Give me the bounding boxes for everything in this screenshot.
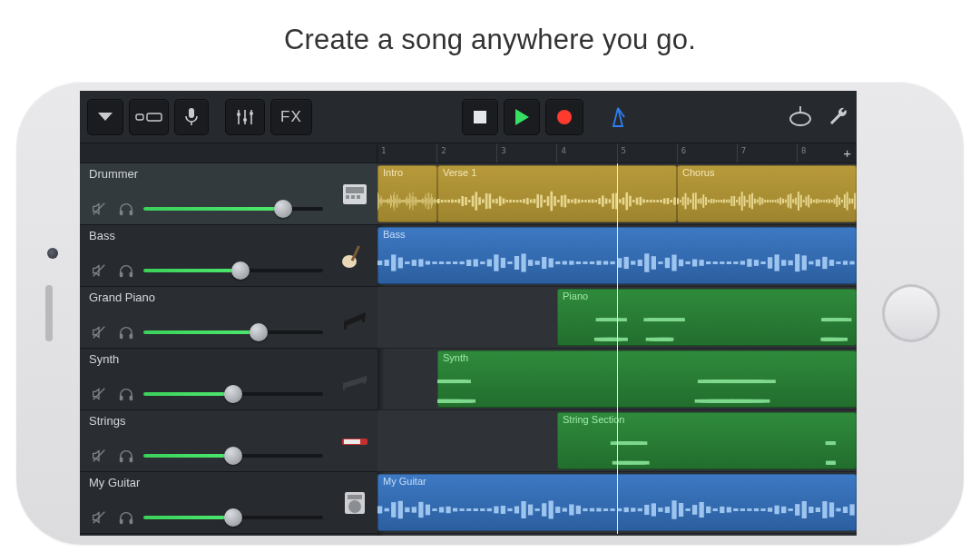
mute-button[interactable]	[89, 261, 109, 281]
svg-rect-314	[754, 260, 759, 266]
svg-rect-379	[740, 399, 769, 403]
svg-rect-256	[849, 198, 851, 203]
volume-slider[interactable]	[143, 330, 323, 334]
svg-rect-158	[571, 200, 573, 203]
region[interactable]: String Section	[557, 412, 857, 469]
mute-button[interactable]	[89, 322, 109, 342]
region-area[interactable]: IntroVerse 1ChorusBassPianoSynthString S…	[377, 163, 857, 536]
solo-button[interactable]	[116, 261, 136, 281]
solo-button[interactable]	[116, 384, 136, 404]
track-header[interactable]: Synth	[80, 349, 377, 410]
ruler-bar[interactable]: 4	[556, 143, 616, 163]
track-header[interactable]: Bass	[80, 225, 377, 287]
instrument-icon[interactable]	[332, 225, 377, 286]
svg-rect-57	[385, 200, 386, 202]
ruler-bar[interactable]: 6	[677, 143, 737, 163]
svg-rect-68	[394, 192, 395, 211]
record-button[interactable]	[545, 99, 583, 135]
ruler-bar[interactable]: 2	[436, 143, 496, 163]
mixer-button[interactable]	[225, 99, 265, 135]
slider-knob[interactable]	[274, 200, 292, 218]
volume-slider[interactable]	[143, 516, 323, 519]
home-button[interactable]	[882, 284, 940, 342]
slider-knob[interactable]	[231, 261, 250, 280]
slider-knob[interactable]	[224, 385, 242, 403]
volume-slider[interactable]	[143, 454, 323, 458]
svg-rect-262	[398, 258, 403, 269]
volume-slider[interactable]	[143, 207, 323, 211]
volume-slider[interactable]	[143, 392, 323, 396]
add-bars-button[interactable]: +	[843, 146, 851, 160]
phone-speaker	[45, 285, 53, 341]
track-input-toggle[interactable]	[129, 99, 169, 135]
track-header[interactable]: Grand Piano	[80, 287, 377, 349]
mute-button[interactable]	[89, 508, 109, 527]
svg-rect-411	[625, 441, 634, 445]
region[interactable]: Verse 1	[437, 165, 677, 222]
instrument-icon[interactable]	[332, 163, 377, 224]
svg-rect-44	[120, 519, 123, 524]
region[interactable]: Synth	[437, 350, 857, 408]
instrument-icon[interactable]	[332, 349, 377, 409]
svg-rect-31	[344, 323, 347, 330]
svg-rect-221	[760, 197, 761, 205]
svg-rect-457	[679, 503, 683, 517]
solo-button[interactable]	[116, 446, 136, 466]
solo-button[interactable]	[116, 322, 136, 342]
svg-rect-234	[792, 199, 794, 202]
ruler-bar[interactable]: 3	[496, 143, 556, 163]
timeline-ruler[interactable]: 12345678+	[80, 143, 857, 163]
volume-slider[interactable]	[143, 269, 323, 272]
playhead[interactable]	[617, 163, 618, 534]
svg-rect-122	[447, 200, 450, 202]
settings-button[interactable]	[828, 106, 849, 128]
instrument-icon[interactable]	[332, 287, 377, 348]
svg-rect-471	[775, 506, 779, 515]
region[interactable]: Chorus	[677, 165, 857, 222]
microphone-button[interactable]	[174, 99, 209, 135]
mute-button[interactable]	[89, 446, 109, 466]
solo-button[interactable]	[116, 508, 136, 527]
svg-rect-255	[847, 192, 848, 210]
slider-knob[interactable]	[250, 323, 268, 341]
svg-rect-159	[574, 199, 577, 204]
svg-rect-178	[640, 197, 642, 205]
svg-rect-275	[487, 260, 492, 267]
ruler-bar[interactable]: 7	[737, 143, 797, 163]
instrument-icon[interactable]	[332, 410, 377, 471]
instrument-icon[interactable]	[332, 472, 377, 533]
ruler-bar[interactable]: 1	[377, 143, 436, 163]
view-menu-button[interactable]	[87, 99, 123, 135]
svg-rect-429	[487, 508, 492, 511]
track-header[interactable]: My Guitar	[80, 472, 377, 534]
fx-button[interactable]: FX	[270, 99, 312, 135]
region[interactable]: Piano	[557, 289, 857, 346]
svg-rect-320	[795, 254, 799, 271]
metronome-button[interactable]	[598, 99, 638, 135]
loop-button[interactable]	[788, 106, 813, 128]
ruler-bar[interactable]: 5	[617, 143, 677, 163]
svg-rect-220	[757, 199, 759, 202]
svg-rect-466	[740, 508, 745, 511]
svg-rect-418	[412, 507, 416, 512]
svg-rect-71	[397, 194, 397, 208]
track-name: Drummer	[89, 167, 323, 181]
svg-rect-95	[416, 200, 417, 203]
solo-button[interactable]	[116, 199, 136, 219]
svg-rect-130	[475, 192, 477, 210]
mute-button[interactable]	[89, 384, 109, 404]
stop-button[interactable]	[462, 99, 498, 135]
svg-rect-245	[820, 200, 822, 202]
track-header[interactable]: Drummer	[80, 163, 377, 225]
play-button[interactable]	[504, 99, 540, 135]
slider-knob[interactable]	[224, 447, 242, 465]
svg-rect-298	[644, 253, 649, 271]
svg-rect-296	[631, 261, 635, 264]
svg-rect-276	[494, 254, 498, 271]
region[interactable]: Intro	[377, 165, 437, 222]
slider-knob[interactable]	[224, 508, 242, 527]
svg-rect-237	[800, 195, 802, 208]
mute-button[interactable]	[89, 199, 109, 219]
track-header[interactable]: Strings	[80, 410, 377, 472]
svg-rect-383	[695, 399, 733, 403]
